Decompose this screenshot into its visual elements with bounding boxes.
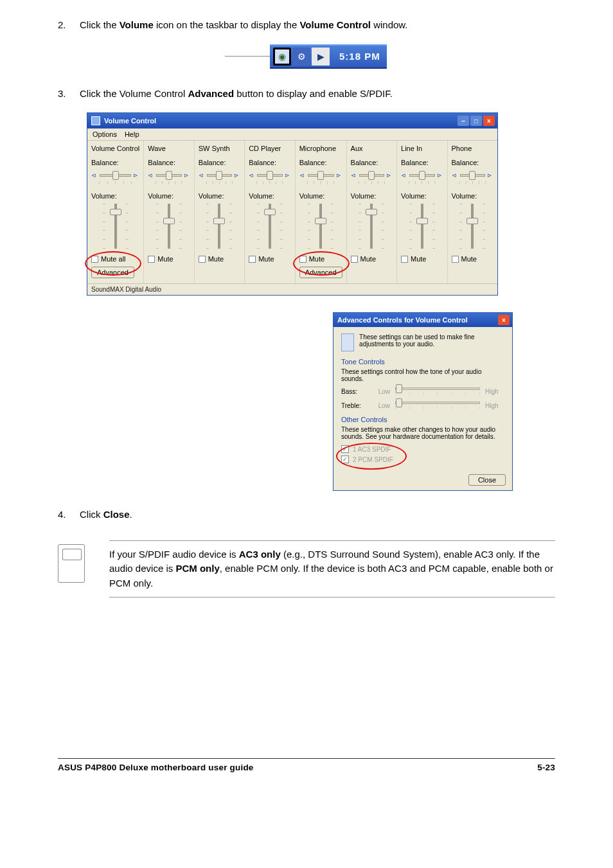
bass-label: Bass:	[341, 388, 366, 395]
volume-label: Volume:	[148, 192, 190, 200]
vc-col-title: Line In	[401, 145, 443, 152]
balance-slider[interactable]: ⊲⊳	[148, 170, 190, 181]
mute-checkbox[interactable]	[299, 256, 306, 263]
vc-titlebar[interactable]: Volume Control – □ ×	[87, 113, 497, 128]
vc-menubar: OptionsHelp	[87, 128, 497, 141]
note-rule-top	[109, 540, 555, 541]
vc-col-wave: WaveBalance:⊲⊳|||||Volume:Mute	[144, 141, 194, 283]
bass-low: Low	[371, 388, 390, 395]
speaker-left-icon: ⊲	[249, 172, 255, 179]
balance-label: Balance:	[351, 159, 393, 166]
vc-title: Volume Control	[104, 117, 458, 125]
chk-ac3-label: 1 AC3 SPDIF	[353, 446, 391, 453]
balance-label: Balance:	[401, 159, 443, 166]
speaker-right-icon: ⊳	[184, 172, 190, 179]
volume-label: Volume:	[299, 192, 342, 200]
treble-slider[interactable]: |||||||	[395, 402, 480, 409]
step-2-text: Click the Volume icon on the taskbar to …	[80, 18, 555, 33]
volume-tray-icon[interactable]: ◉	[273, 48, 291, 66]
maximize-button[interactable]: □	[470, 116, 482, 126]
tray-icon-1[interactable]: ⚙	[292, 48, 310, 66]
advanced-button[interactable]: Advanced	[299, 267, 342, 278]
mute-all-checkbox[interactable]	[91, 256, 98, 263]
balance-slider[interactable]: ⊲⊳	[299, 170, 342, 181]
volume-label: Volume:	[401, 192, 443, 200]
volume-label: Volume:	[91, 192, 139, 200]
vc-col-phone: PhoneBalance:⊲⊳|||||Volume:Mute	[448, 141, 497, 283]
menu-help[interactable]: Help	[125, 130, 139, 138]
volume-slider[interactable]	[148, 204, 190, 249]
mute-checkbox[interactable]	[452, 256, 459, 263]
balance-slider[interactable]: ⊲⊳	[351, 170, 393, 181]
balance-label: Balance:	[249, 159, 290, 166]
page-footer: ASUS P4P800 Deluxe motherboard user guid…	[58, 763, 555, 772]
volume-slider[interactable]	[401, 204, 443, 249]
chk-pcm[interactable]: ✓	[341, 456, 349, 463]
ad-close-x[interactable]: ×	[498, 315, 510, 325]
t: Volume Control	[299, 19, 371, 30]
balance-label: Balance:	[199, 159, 240, 166]
advanced-button[interactable]: Advanced	[91, 267, 134, 278]
vc-col-volume-control: Volume ControlBalance:⊲⊳|||||Volume:Mute…	[87, 141, 144, 283]
step-3-text: Click the Volume Control Advanced button…	[80, 87, 555, 102]
balance-slider[interactable]: ⊲⊳	[249, 170, 290, 181]
balance-slider[interactable]: ⊲⊳	[199, 170, 240, 181]
mute-row: Mute	[401, 255, 443, 263]
volume-slider[interactable]	[199, 204, 240, 249]
volume-slider[interactable]	[249, 204, 290, 249]
balance-slider[interactable]: ⊲⊳	[91, 170, 139, 181]
speaker-right-icon: ⊳	[437, 172, 443, 179]
close-button[interactable]: ×	[483, 116, 495, 126]
speaker-left-icon: ⊲	[199, 172, 205, 179]
chk-pcm-label: 2 PCM SPDIF	[353, 456, 393, 463]
mute-checkbox[interactable]	[249, 256, 256, 263]
bass-slider[interactable]: |||||||	[395, 387, 480, 395]
balance-label: Balance:	[91, 159, 139, 166]
balance-label: Balance:	[148, 159, 190, 166]
mute-checkbox[interactable]	[351, 256, 358, 263]
mute-row: Mute	[299, 255, 342, 263]
mute-row: Mute	[452, 255, 493, 263]
ad-button-row: Close	[333, 472, 512, 490]
mute-checkbox[interactable]	[148, 256, 155, 263]
vc-col-title: Microphone	[299, 145, 342, 152]
mute-row: Mute	[148, 255, 190, 263]
balance-ticks: |||||	[299, 181, 342, 184]
volume-slider[interactable]	[91, 204, 139, 249]
step-2-num: 2.	[58, 18, 80, 33]
mute-label: Mute	[411, 255, 426, 263]
t: Advanced	[188, 88, 234, 99]
mute-all-row: Mute all	[91, 255, 139, 263]
volume-slider[interactable]	[452, 204, 493, 249]
vc-body: Volume ControlBalance:⊲⊳|||||Volume:Mute…	[87, 141, 497, 283]
volume-slider[interactable]	[299, 204, 342, 249]
mute-label: Mute	[309, 255, 324, 263]
ad-body: These settings can be used to make fine …	[333, 327, 512, 472]
ad-close-button[interactable]: Close	[468, 474, 506, 486]
mute-checkbox[interactable]	[199, 256, 206, 263]
step-3: 3. Click the Volume Control Advanced but…	[58, 87, 555, 102]
vc-col-cd-player: CD PlayerBalance:⊲⊳|||||Volume:Mute	[245, 141, 295, 283]
t: PCM only	[175, 563, 219, 574]
chk-ac3[interactable]: ✓	[341, 445, 349, 453]
vc-col-line-in: Line InBalance:⊲⊳|||||Volume:Mute	[397, 141, 447, 283]
mute-label: Mute	[208, 255, 224, 263]
volume-slider[interactable]	[351, 204, 393, 249]
mute-row: Mute	[351, 255, 393, 263]
menu-options[interactable]: Options	[93, 130, 117, 138]
speaker-left-icon: ⊲	[452, 172, 458, 179]
ad-titlebar[interactable]: Advanced Controls for Volume Control ×	[333, 313, 512, 327]
mute-checkbox[interactable]	[401, 256, 408, 263]
tray-icon-2[interactable]: ▶	[312, 48, 330, 66]
vc-col-title: Wave	[148, 145, 190, 152]
speaker-right-icon: ⊳	[487, 172, 493, 179]
vc-title-icon	[91, 116, 100, 125]
balance-slider[interactable]: ⊲⊳	[452, 170, 493, 181]
balance-slider[interactable]: ⊲⊳	[401, 170, 443, 181]
t: Click the Volume Control	[80, 88, 188, 99]
mute-label: Mute	[157, 255, 173, 263]
balance-ticks: |||||	[148, 181, 190, 184]
minimize-button[interactable]: –	[458, 116, 469, 126]
speaker-left-icon: ⊲	[148, 172, 154, 179]
mute-row: Mute	[199, 255, 240, 263]
